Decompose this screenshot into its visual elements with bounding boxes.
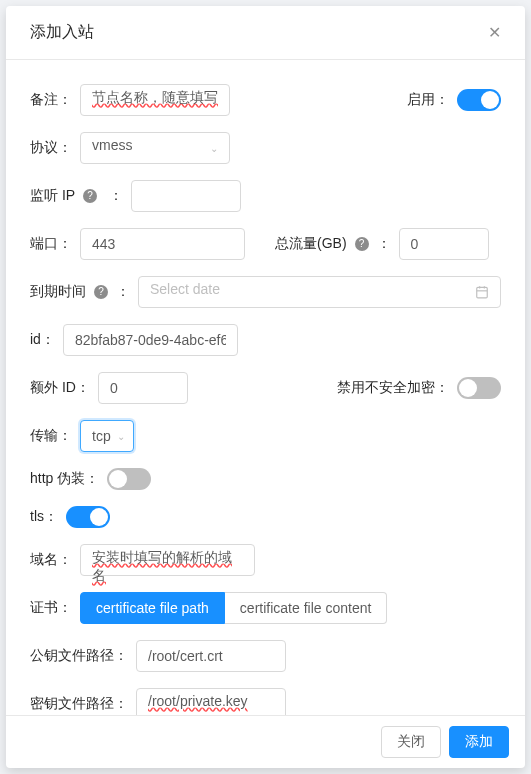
- id-input[interactable]: [63, 324, 238, 356]
- help-icon[interactable]: ?: [94, 285, 108, 299]
- http-camo-switch[interactable]: [107, 468, 151, 490]
- submit-button[interactable]: 添加: [449, 726, 509, 758]
- modal-body: 备注： 节点名称，随意填写 启用： 协议： vmess ⌄ 监听 IP ? ： …: [6, 60, 525, 715]
- modal-title: 添加入站: [30, 22, 94, 43]
- http-camo-label: http 伪装：: [30, 470, 99, 488]
- chevron-down-icon: ⌄: [117, 431, 125, 442]
- id-label: id：: [30, 331, 55, 349]
- total-gb-input[interactable]: [399, 228, 489, 260]
- domain-input[interactable]: 安装时填写的解析的域名: [80, 544, 255, 576]
- cert-path-option[interactable]: certificate file path: [80, 592, 225, 624]
- privkey-input[interactable]: /root/private.key: [136, 688, 286, 715]
- network-label: 传输：: [30, 427, 72, 445]
- help-icon[interactable]: ?: [355, 237, 369, 251]
- disable-insecure-switch[interactable]: [457, 377, 501, 399]
- calendar-icon: [475, 285, 489, 299]
- disable-insecure-label: 禁用不安全加密：: [337, 379, 449, 397]
- expire-date-input[interactable]: Select date: [138, 276, 501, 308]
- enable-switch[interactable]: [457, 89, 501, 111]
- add-inbound-modal: 添加入站 ✕ 备注： 节点名称，随意填写 启用： 协议： vmess ⌄ 监听 …: [6, 6, 525, 768]
- help-icon[interactable]: ?: [83, 189, 97, 203]
- expire-label: 到期时间: [30, 283, 86, 301]
- tls-switch[interactable]: [66, 506, 110, 528]
- privkey-label: 密钥文件路径：: [30, 695, 128, 713]
- chevron-down-icon: ⌄: [210, 143, 218, 154]
- cert-label: 证书：: [30, 599, 72, 617]
- network-select[interactable]: tcp ⌄: [80, 420, 134, 452]
- remark-input[interactable]: 节点名称，随意填写: [80, 84, 230, 116]
- protocol-select[interactable]: vmess ⌄: [80, 132, 230, 164]
- close-button[interactable]: 关闭: [381, 726, 441, 758]
- cert-content-option[interactable]: certificate file content: [225, 592, 388, 624]
- protocol-label: 协议：: [30, 139, 72, 157]
- svg-rect-0: [477, 287, 488, 298]
- port-input[interactable]: [80, 228, 245, 260]
- remark-label: 备注：: [30, 91, 72, 109]
- close-icon[interactable]: ✕: [488, 25, 501, 41]
- pubkey-input[interactable]: [136, 640, 286, 672]
- pubkey-label: 公钥文件路径：: [30, 647, 128, 665]
- port-label: 端口：: [30, 235, 72, 253]
- tls-label: tls：: [30, 508, 58, 526]
- modal-footer: 关闭 添加: [6, 715, 525, 768]
- listen-ip-label: 监听 IP: [30, 187, 75, 205]
- modal-header: 添加入站 ✕: [6, 6, 525, 60]
- listen-ip-input[interactable]: [131, 180, 241, 212]
- total-gb-label: 总流量(GB): [275, 235, 347, 253]
- domain-label: 域名：: [30, 551, 72, 569]
- cert-mode-group: certificate file path certificate file c…: [80, 592, 387, 624]
- alterid-label: 额外 ID：: [30, 379, 90, 397]
- alterid-input[interactable]: [98, 372, 188, 404]
- enable-label: 启用：: [407, 91, 449, 109]
